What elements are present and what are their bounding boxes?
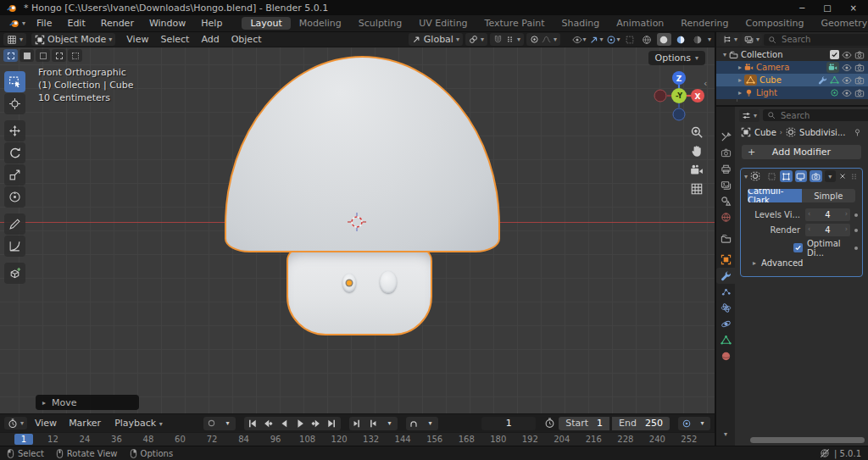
operator-panel[interactable]: ▸ Move <box>36 395 139 410</box>
horizontal-scrollbar[interactable] <box>750 437 865 443</box>
frame-end-field[interactable]: End 250 <box>612 417 670 430</box>
menu-edit[interactable]: Edit <box>59 17 92 30</box>
timeline-editor-selector[interactable]: ▾ <box>4 417 27 430</box>
play-button[interactable] <box>292 417 309 430</box>
animate-dot[interactable] <box>854 247 858 250</box>
select-mode-extend[interactable] <box>19 49 34 62</box>
step-dropdown[interactable]: ▾ <box>381 417 398 430</box>
chevron-down-icon[interactable]: ▾ <box>723 51 726 58</box>
selectable-checkbox[interactable] <box>830 50 839 59</box>
frame-start-field[interactable]: Start 1 <box>559 417 609 430</box>
step-back-button[interactable] <box>349 417 365 430</box>
outliner-row-cube[interactable]: ▸Cube <box>716 74 868 86</box>
viewport-menu-object[interactable]: Object <box>225 34 268 45</box>
tool-select-box[interactable] <box>4 71 25 92</box>
properties-search[interactable] <box>763 109 868 121</box>
timeline-menu-view[interactable]: View <box>29 418 63 429</box>
preview-range-dropdown[interactable]: ▾ <box>422 417 438 430</box>
method-catmull-clark[interactable]: Catmull-Clark <box>748 189 802 202</box>
menu-playback[interactable]: Playback ▾ <box>108 418 169 429</box>
outliner-row-collection[interactable]: ▾Collection <box>716 48 868 61</box>
grid-ortho-icon[interactable] <box>690 182 704 196</box>
viewport-menu-view[interactable]: View <box>120 34 154 45</box>
workspace-tab-uv-editing[interactable]: UV Editing <box>410 17 476 30</box>
properties-tab-view-layer[interactable] <box>716 177 735 193</box>
properties-tab-constraints[interactable] <box>716 316 735 332</box>
proportional-editing-controls[interactable]: ▾ <box>526 33 560 46</box>
properties-tab-modifiers[interactable] <box>716 268 735 284</box>
hand-pan-icon[interactable] <box>690 144 704 158</box>
workspace-tab-layout[interactable]: Layout <box>242 17 290 30</box>
chevron-right-icon[interactable]: ▸ <box>738 89 742 97</box>
advanced-expander[interactable]: ▸ Advanced <box>741 256 862 270</box>
menu-window[interactable]: Window <box>142 17 193 30</box>
shading-dropdown[interactable]: ▾ <box>708 36 711 43</box>
breadcrumb-object[interactable]: Cube <box>754 128 776 137</box>
gizmo-neg-x-axis[interactable] <box>654 90 666 102</box>
step-forward-button[interactable] <box>365 417 381 430</box>
chevron-down-icon[interactable]: ▾ <box>744 173 748 180</box>
navigation-gizmo[interactable]: Z X -Y <box>652 69 706 123</box>
modifier-realtime-toggle[interactable] <box>795 170 807 182</box>
timeline-ruler[interactable]: 1122436486072849610812013214415616818019… <box>0 432 715 446</box>
sidebar-toggle-arrow[interactable]: ‹ <box>704 78 707 89</box>
outliner-row-light[interactable]: ▸Light <box>716 86 868 99</box>
tool-measure[interactable] <box>4 236 25 257</box>
close-icon[interactable] <box>838 172 847 180</box>
shading-rendered-button[interactable] <box>691 33 705 46</box>
workspace-tab-shading[interactable]: Shading <box>554 17 609 30</box>
select-mode-invert[interactable] <box>52 49 66 62</box>
workspace-tab-modeling[interactable]: Modeling <box>291 17 350 30</box>
properties-editor-selector[interactable]: ▾ <box>739 109 760 122</box>
workspace-tab-compositing[interactable]: Compositing <box>737 17 813 30</box>
modifier-editmode-toggle[interactable] <box>765 170 777 182</box>
tool-rotate[interactable] <box>4 142 25 163</box>
overlays-dropdown[interactable]: ▾ <box>606 33 620 46</box>
viewport-menu-select[interactable]: Select <box>154 34 195 45</box>
disable-render-icon[interactable] <box>854 50 865 60</box>
current-frame-indicator[interactable]: 1 <box>14 434 33 445</box>
drag-handle-icon[interactable] <box>849 172 859 181</box>
gizmos-dropdown[interactable]: ▾ <box>589 33 604 46</box>
modifier-cage-toggle[interactable] <box>780 170 792 182</box>
prev-keyframe-button[interactable] <box>260 417 276 430</box>
outliner-view-mode[interactable]: ▾ <box>742 33 762 46</box>
menu-file[interactable]: File <box>29 17 59 30</box>
disable-render-icon[interactable] <box>854 63 865 73</box>
xray-toggle[interactable] <box>623 33 637 46</box>
number-field[interactable]: ‹4› <box>805 224 850 236</box>
object-visibility-dropdown[interactable]: ▾ <box>572 33 587 46</box>
properties-tab-object[interactable] <box>716 252 735 268</box>
play-reverse-button[interactable] <box>276 417 292 430</box>
hide-eye-icon[interactable] <box>842 88 852 98</box>
outliner-search[interactable] <box>764 34 868 46</box>
workspace-tab-sculpting[interactable]: Sculpting <box>350 17 410 30</box>
disable-render-icon[interactable] <box>854 75 865 86</box>
shading-solid-button[interactable] <box>657 33 671 46</box>
disable-render-icon[interactable] <box>854 88 865 98</box>
select-mode-new[interactable] <box>3 49 18 62</box>
blender-menu-button[interactable]: ▾ <box>5 17 29 30</box>
camera-view-icon[interactable] <box>690 163 704 177</box>
menu-help[interactable]: Help <box>193 17 230 30</box>
workspace-tab-animation[interactable]: Animation <box>608 17 672 30</box>
minimize-button[interactable]: ─ <box>799 3 804 13</box>
properties-tab-scene[interactable] <box>716 193 735 209</box>
outliner-display-mode[interactable]: ▾ <box>720 33 740 46</box>
shading-wireframe-button[interactable] <box>640 33 654 46</box>
properties-tab-output[interactable] <box>716 161 735 177</box>
add-modifier-button[interactable]: + Add Modifier <box>742 145 861 159</box>
hide-eye-icon[interactable] <box>842 63 852 73</box>
outliner-search-input[interactable] <box>780 34 868 45</box>
pin-icon[interactable] <box>853 128 862 137</box>
properties-search-input[interactable] <box>779 110 868 121</box>
optimal-display-checkbox[interactable] <box>793 243 803 252</box>
animate-dot[interactable] <box>854 229 858 232</box>
properties-tab-render[interactable] <box>716 145 735 161</box>
editor-type-selector[interactable]: ▾ <box>3 33 26 46</box>
workspace-tab-rendering[interactable]: Rendering <box>672 17 737 30</box>
record-button[interactable] <box>203 417 220 430</box>
tabs-overflow-chevron[interactable]: ▾ <box>716 426 735 442</box>
zoom-icon[interactable] <box>690 125 704 139</box>
jump-to-end-button[interactable] <box>325 417 341 430</box>
